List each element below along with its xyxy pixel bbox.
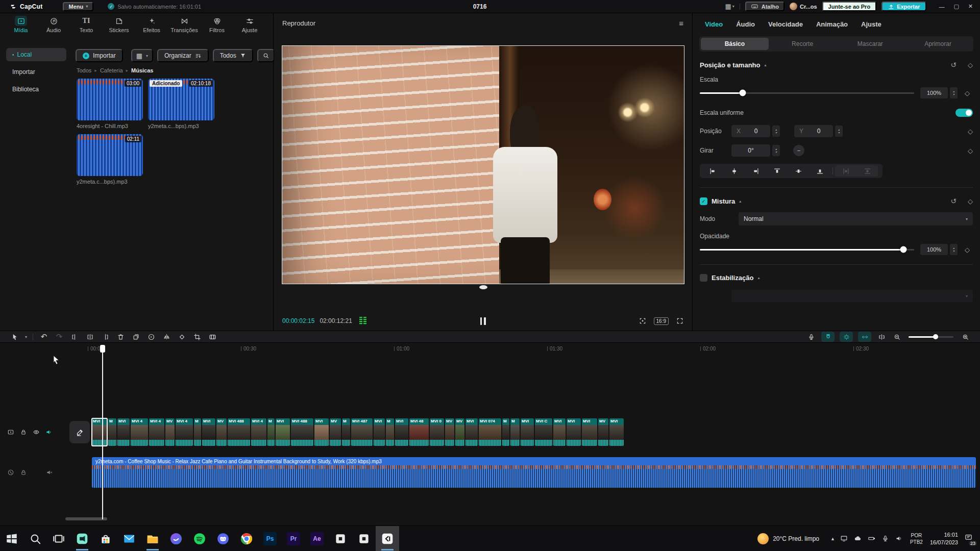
tab-transicoes[interactable]: Transições	[168, 16, 200, 38]
taskbar-mail[interactable]	[117, 526, 141, 551]
join-pro-button[interactable]: Junte-se ao Pro	[822, 2, 877, 11]
volume-icon[interactable]	[895, 535, 903, 542]
sidebar-item-biblioteca[interactable]: Biblioteca	[6, 83, 66, 96]
position-y-input[interactable]: Y0	[794, 125, 833, 137]
video-clip[interactable]: MVI	[374, 418, 385, 446]
video-clip[interactable]: MVI	[395, 418, 408, 446]
taskbar-premiere[interactable]: Pr	[282, 526, 305, 551]
tab-audio[interactable]: Áudio	[38, 16, 69, 38]
time-ruler[interactable]: 00:0000:3001:0001:3002:0002:30	[0, 344, 980, 354]
taskbar-chrome[interactable]	[235, 526, 258, 551]
pause-button[interactable]	[480, 317, 486, 325]
preview-quality-icon[interactable]	[639, 317, 647, 325]
stepper[interactable]: ▴▾	[835, 126, 843, 137]
stabilize-checkbox[interactable]	[700, 274, 707, 282]
stepper[interactable]: ▴▾	[772, 126, 780, 137]
lock-icon[interactable]	[20, 469, 27, 476]
copy-icon[interactable]	[128, 332, 143, 342]
import-media-button[interactable]: + Importar	[76, 49, 123, 62]
crop-icon[interactable]	[189, 332, 205, 342]
uniform-scale-toggle[interactable]	[955, 109, 973, 117]
video-clip[interactable]: MVI	[276, 418, 290, 446]
video-clip[interactable]: MVI	[582, 418, 597, 446]
video-clip[interactable]: MVI 074	[479, 418, 501, 446]
timeline-zoom-slider[interactable]	[909, 336, 953, 338]
rotate-90-button[interactable]: −	[793, 145, 804, 156]
playhead[interactable]	[102, 345, 103, 519]
blend-mode-select[interactable]: Normal ▾	[739, 212, 973, 226]
video-clip[interactable]: M	[194, 418, 201, 446]
taskbar-clipchamp[interactable]	[164, 526, 188, 551]
minimize-button[interactable]: —	[939, 4, 944, 10]
taskbar-start[interactable]	[0, 526, 23, 551]
scale-value[interactable]: 100%	[920, 87, 948, 98]
video-clip[interactable]: M	[267, 418, 275, 446]
inspector-tab-velocidade[interactable]: Velocidade	[768, 20, 803, 28]
caret-down-icon[interactable]: ▾	[22, 332, 30, 342]
split-right-icon[interactable]	[97, 332, 113, 342]
media-card[interactable]: 03:00 4oresight - Chill.mp3	[77, 79, 143, 129]
taskbar-capcut-beta[interactable]	[70, 526, 94, 551]
video-clip[interactable]: MVI	[92, 418, 107, 446]
display-icon[interactable]	[840, 535, 848, 542]
player-menu-icon[interactable]: ≡	[679, 19, 683, 28]
video-clip[interactable]: MVI 4	[251, 418, 266, 446]
audio-track-clip[interactable]: y2meta.com - Coffee Shop Music - Relax J…	[92, 457, 976, 488]
zoom-in-icon[interactable]	[958, 332, 973, 342]
breadcrumb-item[interactable]: Músicas	[131, 67, 153, 73]
video-clip[interactable]: MVI 4	[176, 418, 193, 446]
tab-efeitos[interactable]: Efeitos	[136, 16, 167, 38]
playhead-handle[interactable]	[100, 345, 105, 353]
auto-link-icon[interactable]	[840, 332, 853, 342]
sidebar-item-local[interactable]: •Local	[6, 48, 66, 61]
audio-meter-icon[interactable]	[359, 317, 366, 325]
eye-icon[interactable]	[33, 429, 40, 436]
speaker-muted-icon[interactable]	[46, 469, 53, 476]
selection-handle[interactable]	[479, 285, 487, 289]
audio-waveform-thumbnail[interactable]: 03:00	[77, 79, 143, 120]
mic-icon[interactable]	[803, 332, 819, 342]
keyframe-diamond-icon[interactable]: ◇	[968, 197, 973, 205]
sidebar-item-importar[interactable]: Importar	[6, 65, 66, 79]
video-clip[interactable]: MVI 48	[409, 418, 429, 446]
view-mode-button[interactable]: ▦ ▾	[131, 49, 153, 62]
lock-icon[interactable]	[20, 429, 27, 436]
edit-pencil-button[interactable]	[69, 421, 90, 443]
tab-filtros[interactable]: Filtros	[201, 16, 233, 38]
video-clip[interactable]: MVI 487	[351, 418, 373, 446]
video-clip[interactable]: MVI	[609, 418, 624, 446]
cloud-icon[interactable]	[854, 535, 862, 542]
audio-source-icon[interactable]	[7, 469, 14, 476]
link-icon[interactable]	[858, 332, 871, 342]
keyframe-diamond-icon[interactable]: ◇	[968, 128, 973, 135]
keyframe-diamond-icon[interactable]: ◇	[968, 147, 973, 155]
align-center-h-icon[interactable]	[723, 165, 745, 177]
inspector-tab-áudio[interactable]: Áudio	[736, 20, 755, 28]
video-clip[interactable]: MVI	[567, 418, 581, 446]
video-clip[interactable]: MVI	[553, 418, 566, 446]
layout-grid-button[interactable]: ▦▾	[725, 3, 734, 10]
export-button[interactable]: Exportar	[881, 2, 926, 11]
video-clip[interactable]: MVI 488	[291, 418, 313, 446]
filter-button[interactable]: Todos	[213, 49, 253, 62]
media-card[interactable]: Adicionado 02:10:18 y2meta.c...bps).mp3	[148, 79, 214, 129]
video-preview[interactable]	[282, 46, 684, 284]
audio-waveform-thumbnail[interactable]: 02:11	[77, 134, 143, 176]
video-track[interactable]: MVI M MVI MVI 4 MVI 4 MV MVI 4 M MVI MV …	[92, 418, 624, 446]
taskbar-explorer[interactable]	[141, 526, 164, 551]
undo-icon[interactable]: ↶	[36, 332, 52, 342]
stepper[interactable]: ▴▾	[772, 145, 780, 156]
video-clip[interactable]: M	[108, 418, 116, 446]
video-clip[interactable]: MVI 488	[228, 418, 250, 446]
breadcrumb-item[interactable]: Cafeteria	[100, 67, 123, 73]
video-clip[interactable]: MV	[455, 418, 464, 446]
video-clip[interactable]: MV	[165, 418, 175, 446]
reset-icon[interactable]: ↺	[950, 61, 957, 69]
video-icon[interactable]	[7, 429, 14, 436]
frames-icon[interactable]	[205, 332, 220, 342]
cursor-icon[interactable]	[7, 332, 22, 342]
align-top-icon[interactable]	[766, 165, 788, 177]
inspector-subtab-recorte[interactable]: Recorte	[769, 38, 837, 50]
opacity-slider[interactable]	[700, 249, 914, 251]
taskbar-after-effects[interactable]: Ae	[305, 526, 329, 551]
